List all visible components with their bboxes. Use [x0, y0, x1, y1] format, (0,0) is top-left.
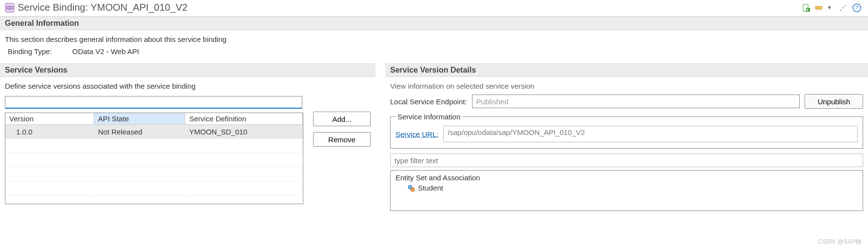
- endpoint-value: [472, 95, 800, 108]
- general-description: This section describes general informati…: [5, 35, 863, 43]
- table-row[interactable]: 1.0.0 Not Released YMOON_SD_010: [5, 125, 303, 139]
- entity-root[interactable]: Entity Set and Association: [395, 173, 858, 182]
- section-header-general: General Information: [0, 17, 868, 30]
- col-api-state[interactable]: API State: [94, 113, 185, 125]
- section-header-details: Service Version Details: [385, 63, 868, 77]
- versions-table[interactable]: Version API State Service Definition 1.0…: [5, 113, 303, 204]
- service-url-link[interactable]: Service URL:: [395, 130, 438, 138]
- versions-filter-input[interactable]: [5, 96, 302, 109]
- service-info-legend: Service Information: [395, 113, 462, 121]
- col-version[interactable]: Version: [5, 113, 94, 125]
- help-icon[interactable]: ?: [852, 3, 861, 12]
- endpoint-label: Local Service Endpoint:: [390, 97, 467, 106]
- add-button[interactable]: Add...: [313, 112, 371, 126]
- watermark: CSDN @SAP锋: [818, 238, 862, 246]
- svg-rect-6: [818, 6, 822, 9]
- service-url-value[interactable]: /sap/opu/odata/sap/YMOON_API_010_V2: [443, 126, 858, 142]
- entity-filter-input[interactable]: [390, 153, 863, 167]
- entity-icon: [407, 184, 415, 192]
- page-title: Service Binding: YMOON_API_010_V2: [18, 2, 188, 13]
- section-general: This section describes general informati…: [0, 30, 868, 63]
- details-description: View information on selected service ver…: [390, 82, 863, 90]
- entity-tree[interactable]: Entity Set and Association Student: [390, 170, 863, 211]
- remove-button[interactable]: Remove: [313, 132, 371, 147]
- title-bar: Service Binding: YMOON_API_010_V2 ▼ ⋰ ?: [0, 0, 868, 17]
- service-info-group: Service Information Service URL: /sap/op…: [390, 113, 863, 149]
- binding-type-label: Binding Type:: [8, 47, 66, 56]
- dots-icon[interactable]: ⋰: [840, 3, 848, 12]
- entity-label: Student: [418, 184, 443, 192]
- cell-service-def: YMOON_SD_010: [185, 125, 303, 139]
- versions-description: Define service versions associated with …: [5, 82, 371, 90]
- link-icon[interactable]: [814, 3, 823, 12]
- col-service-def[interactable]: Service Definition: [185, 113, 303, 125]
- binding-type-value: OData V2 - Web API: [72, 47, 139, 56]
- section-header-versions: Service Versions: [0, 63, 375, 77]
- unpublish-button[interactable]: Unpublish: [805, 94, 863, 109]
- svg-text:?: ?: [855, 5, 858, 11]
- cell-version: 1.0.0: [5, 125, 94, 139]
- entity-item[interactable]: Student: [407, 184, 858, 192]
- dropdown-arrow-icon[interactable]: ▼: [827, 3, 836, 12]
- svg-point-10: [411, 188, 414, 192]
- new-file-icon[interactable]: [802, 3, 810, 12]
- cell-api-state: Not Released: [94, 125, 185, 139]
- service-binding-icon: [5, 3, 15, 13]
